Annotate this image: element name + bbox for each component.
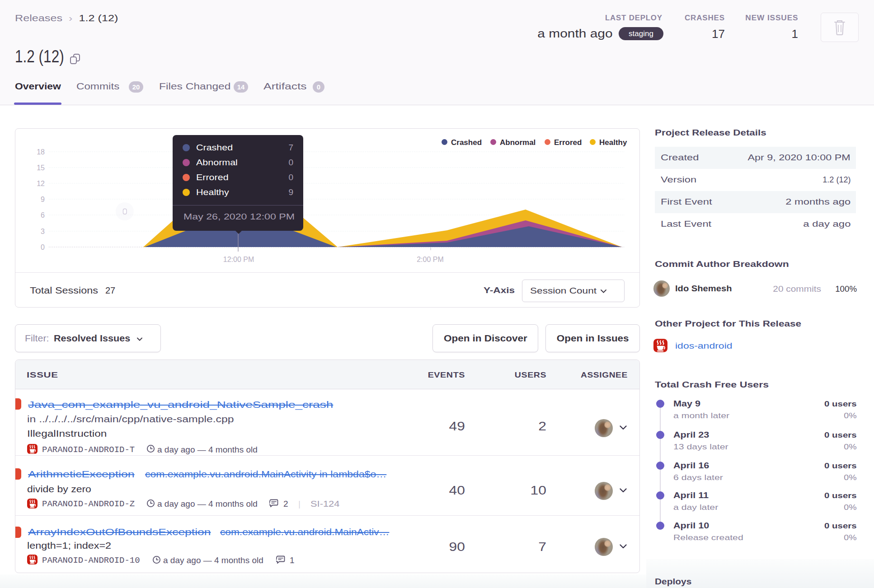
- svg-text:3: 3: [41, 228, 45, 235]
- svg-text:18: 18: [37, 148, 45, 156]
- svg-text:15: 15: [37, 164, 45, 172]
- svg-text:0: 0: [41, 243, 45, 251]
- svg-text:6: 6: [41, 211, 45, 219]
- svg-text:12:00 PM: 12:00 PM: [223, 256, 254, 263]
- svg-text:12: 12: [37, 180, 45, 187]
- svg-text:9: 9: [41, 196, 45, 203]
- svg-text:2:00 PM: 2:00 PM: [417, 256, 444, 263]
